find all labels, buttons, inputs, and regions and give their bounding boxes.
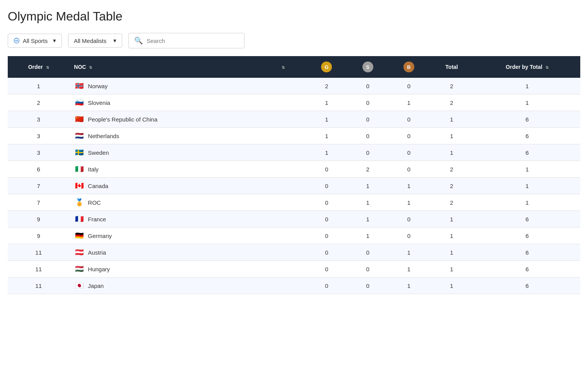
- cell-silver: 1: [347, 194, 388, 211]
- table-header-row: Order ⇅ NOC ⇅ ⇅ G S B: [8, 56, 580, 78]
- cell-order: 11: [8, 277, 69, 294]
- sort-icon-spacer: ⇅: [282, 65, 285, 70]
- cell-bronze: 0: [388, 144, 429, 161]
- cell-silver: 0: [347, 94, 388, 111]
- cell-spacer: [259, 128, 306, 144]
- cell-bronze: 0: [388, 161, 429, 178]
- gold-badge: G: [321, 62, 332, 72]
- flag-icon: 🇸🇪: [74, 149, 85, 156]
- cell-noc: 🇫🇷 France: [69, 211, 258, 228]
- cell-order-by-total: 6: [474, 277, 580, 294]
- cell-order: 9: [8, 211, 69, 228]
- cell-noc: 🇯🇵 Japan: [69, 277, 258, 294]
- flag-icon: 🇦🇹: [74, 249, 85, 256]
- svg-point-0: [14, 38, 19, 43]
- controls-bar: All Sports ▾ All Medalists ▾ 🔍: [8, 33, 580, 48]
- cell-order: 6: [8, 161, 69, 178]
- cell-spacer: [259, 178, 306, 194]
- table-row: 6 🇮🇹 Italy 0 2 0 2 1: [8, 161, 580, 178]
- cell-spacer: [259, 144, 306, 161]
- header-order-by-total[interactable]: Order by Total ⇅: [474, 56, 580, 78]
- cell-bronze: 0: [388, 128, 429, 144]
- country-name: Canada: [88, 183, 108, 189]
- cell-total: 2: [429, 161, 474, 178]
- header-noc[interactable]: NOC ⇅: [69, 56, 258, 78]
- table-row: 3 🇨🇳 People's Republic of China 1 0 0 1 …: [8, 111, 580, 128]
- cell-total: 2: [429, 178, 474, 194]
- cell-order: 11: [8, 261, 69, 277]
- cell-spacer: [259, 228, 306, 244]
- header-total[interactable]: Total: [429, 56, 474, 78]
- cell-silver: 0: [347, 128, 388, 144]
- cell-noc: 🇭🇺 Hungary: [69, 261, 258, 277]
- medal-table-wrapper: Order ⇅ NOC ⇅ ⇅ G S B: [8, 56, 580, 294]
- table-row: 11 🇦🇹 Austria 0 0 1 1 6: [8, 244, 580, 261]
- cell-order-by-total: 6: [474, 144, 580, 161]
- country-name: Slovenia: [88, 99, 110, 106]
- cell-gold: 0: [306, 244, 347, 261]
- flag-icon: 🇳🇴: [74, 82, 85, 89]
- cell-silver: 1: [347, 228, 388, 244]
- cell-gold: 0: [306, 178, 347, 194]
- table-row: 7 🇨🇦 Canada 0 1 1 2 1: [8, 178, 580, 194]
- all-medalists-dropdown[interactable]: All Medalists ▾: [68, 34, 122, 48]
- table-row: 11 🇭🇺 Hungary 0 0 1 1 6: [8, 261, 580, 277]
- cell-bronze: 0: [388, 228, 429, 244]
- cell-total: 1: [429, 111, 474, 128]
- flag-icon: 🇨🇦: [74, 182, 85, 189]
- cell-order-by-total: 1: [474, 194, 580, 211]
- cell-gold: 0: [306, 228, 347, 244]
- table-row: 11 🇯🇵 Japan 0 0 1 1 6: [8, 277, 580, 294]
- search-input[interactable]: [147, 38, 239, 44]
- header-silver[interactable]: S: [347, 56, 388, 78]
- table-row: 1 🇳🇴 Norway 2 0 0 2 1: [8, 78, 580, 94]
- flag-icon: 🇮🇹: [74, 166, 85, 173]
- sports-icon: [14, 38, 20, 44]
- header-gold[interactable]: G: [306, 56, 347, 78]
- country-name: Germany: [88, 233, 112, 239]
- header-spacer: ⇅: [259, 56, 306, 78]
- cell-gold: 2: [306, 78, 347, 94]
- cell-total: 2: [429, 194, 474, 211]
- country-name: People's Republic of China: [88, 116, 157, 123]
- cell-total: 1: [429, 144, 474, 161]
- cell-total: 2: [429, 78, 474, 94]
- cell-silver: 0: [347, 78, 388, 94]
- cell-order-by-total: 6: [474, 244, 580, 261]
- cell-bronze: 1: [388, 178, 429, 194]
- table-row: 3 🇳🇱 Netherlands 1 0 0 1 6: [8, 128, 580, 144]
- flag-icon: 🇨🇳: [74, 116, 85, 123]
- cell-order: 3: [8, 144, 69, 161]
- cell-order: 2: [8, 94, 69, 111]
- cell-total: 1: [429, 211, 474, 228]
- sort-icon-order: ⇅: [46, 65, 49, 70]
- country-name: Italy: [88, 166, 99, 173]
- cell-order: 7: [8, 194, 69, 211]
- cell-bronze: 1: [388, 261, 429, 277]
- flag-icon: 🇯🇵: [74, 282, 85, 289]
- cell-silver: 2: [347, 161, 388, 178]
- search-box: 🔍: [128, 33, 244, 48]
- cell-order-by-total: 6: [474, 228, 580, 244]
- chevron-down-icon-2: ▾: [113, 37, 116, 44]
- cell-silver: 0: [347, 261, 388, 277]
- cell-bronze: 0: [388, 111, 429, 128]
- all-sports-dropdown[interactable]: All Sports ▾: [8, 34, 62, 48]
- cell-total: 1: [429, 261, 474, 277]
- page-title: Olympic Medal Table: [8, 9, 580, 24]
- cell-order-by-total: 1: [474, 78, 580, 94]
- cell-order: 3: [8, 128, 69, 144]
- cell-gold: 0: [306, 194, 347, 211]
- cell-gold: 0: [306, 161, 347, 178]
- cell-noc: 🇮🇹 Italy: [69, 161, 258, 178]
- header-bronze[interactable]: B: [388, 56, 429, 78]
- sort-icon-total: ⇅: [545, 65, 549, 70]
- bronze-badge: B: [403, 62, 414, 72]
- header-order[interactable]: Order ⇅: [8, 56, 69, 78]
- cell-silver: 1: [347, 211, 388, 228]
- cell-spacer: [259, 161, 306, 178]
- cell-noc: 🇳🇴 Norway: [69, 78, 258, 94]
- cell-noc: 🇨🇦 Canada: [69, 178, 258, 194]
- cell-gold: 0: [306, 261, 347, 277]
- cell-spacer: [259, 111, 306, 128]
